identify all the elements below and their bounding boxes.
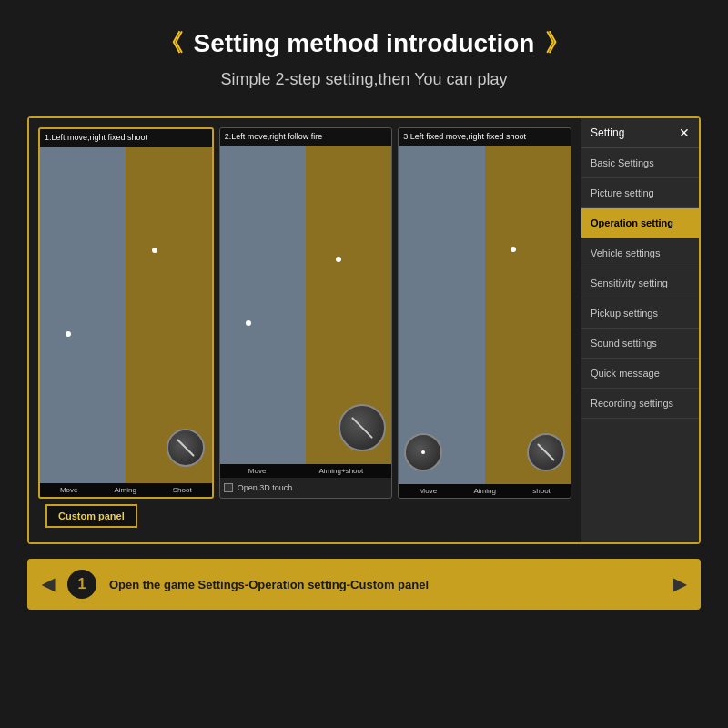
sidebar-header: Setting ✕ bbox=[581, 118, 699, 148]
mode-3-visual bbox=[399, 146, 571, 484]
touch-option[interactable]: Open 3D touch bbox=[220, 478, 392, 498]
bottom-left-arrow-icon: ◀ bbox=[42, 574, 55, 594]
mode-1-visual bbox=[40, 147, 212, 483]
mode-card-1[interactable]: 1.Left move,right fixed shoot Move Aimin… bbox=[38, 127, 214, 499]
sidebar-item-quick-message[interactable]: Quick message bbox=[581, 359, 699, 389]
instruction-text: Open the game Settings-Operation setting… bbox=[109, 578, 661, 592]
sidebar-item-operation-setting[interactable]: Operation setting bbox=[581, 208, 699, 238]
mode-2-label-aim: Aiming+shoot bbox=[319, 467, 364, 475]
header: 《 Setting method introduction 》 Simple 2… bbox=[0, 0, 728, 98]
sidebar-item-recording-settings[interactable]: Recording settings bbox=[581, 389, 699, 419]
bottom-instruction: ◀ 1 Open the game Settings-Operation set… bbox=[27, 559, 701, 610]
game-ui-panel: 1.Left move,right fixed shoot Move Aimin… bbox=[27, 116, 701, 544]
mode-3-label-move: Move bbox=[420, 487, 438, 495]
move-dot-3 bbox=[421, 450, 425, 454]
mode-1-left-panel bbox=[40, 147, 126, 483]
aim-dot-2 bbox=[336, 257, 341, 262]
control-line-2 bbox=[351, 417, 373, 439]
sidebar-item-basic-settings[interactable]: Basic Settings bbox=[581, 148, 699, 178]
sidebar-item-pickup-settings[interactable]: Pickup settings bbox=[581, 298, 699, 329]
settings-sidebar: Setting ✕ Basic Settings Picture setting… bbox=[581, 118, 699, 542]
mode-3-left-panel bbox=[399, 146, 484, 484]
mode-2-labels: Move Aiming+shoot bbox=[220, 464, 392, 478]
close-button[interactable]: ✕ bbox=[679, 126, 690, 140]
aim-dot-1 bbox=[152, 248, 157, 253]
left-arrow-icon: 《 bbox=[159, 27, 183, 59]
bottom-right-arrow-icon: ▶ bbox=[673, 574, 686, 594]
subtitle-text: Simple 2-step setting,then You can play bbox=[18, 70, 710, 89]
mode-2-left-panel bbox=[220, 146, 306, 464]
mode-2-visual bbox=[220, 146, 392, 464]
mode-1-label-shoot: Shoot bbox=[173, 486, 192, 494]
modes-container: 1.Left move,right fixed shoot Move Aimin… bbox=[38, 127, 571, 499]
title-text: Setting method introduction bbox=[194, 29, 535, 58]
joystick-dot-1 bbox=[66, 331, 71, 337]
mode-1-label-aim: Aiming bbox=[114, 486, 136, 494]
mode-1-title: 1.Left move,right fixed shoot bbox=[40, 129, 212, 147]
move-control-3[interactable] bbox=[404, 433, 442, 471]
mode-card-2[interactable]: 2.Left move,right follow fire Move Aimin… bbox=[219, 127, 393, 499]
custom-panel-button[interactable]: Custom panel bbox=[46, 504, 137, 528]
mode-card-3[interactable]: 3.Left fixed move,right fixed shoot bbox=[398, 127, 571, 499]
shoot-control-1[interactable] bbox=[167, 429, 205, 467]
right-arrow-icon: 》 bbox=[545, 27, 569, 59]
mode-1-right-panel bbox=[126, 147, 211, 483]
control-line-1 bbox=[177, 439, 195, 457]
mode-2-label-move: Move bbox=[248, 467, 267, 475]
mode-3-title: 3.Left fixed move,right fixed shoot bbox=[399, 128, 571, 146]
mode-3-label-aim: Aiming bbox=[473, 487, 495, 495]
mode-3-labels: Move Aiming shoot bbox=[399, 484, 571, 498]
mode-3-label-shoot: shoot bbox=[532, 487, 551, 495]
mode-2-right-panel bbox=[306, 146, 391, 464]
mode-1-labels: Move Aiming Shoot bbox=[40, 483, 212, 497]
sidebar-item-sensitivity-setting[interactable]: Sensitivity setting bbox=[581, 268, 699, 298]
page-title: 《 Setting method introduction 》 bbox=[18, 27, 710, 59]
sidebar-title: Setting bbox=[591, 126, 624, 139]
shoot-control-3[interactable] bbox=[527, 433, 565, 471]
sidebar-item-vehicle-settings[interactable]: Vehicle settings bbox=[581, 238, 699, 268]
mode-3-right-panel bbox=[485, 146, 571, 484]
sidebar-item-picture-setting[interactable]: Picture setting bbox=[581, 178, 699, 208]
mode-1-label-move: Move bbox=[60, 486, 78, 494]
aim-dot-3 bbox=[511, 247, 516, 252]
control-line-3 bbox=[537, 443, 555, 461]
touch-option-label: Open 3D touch bbox=[238, 483, 293, 492]
joystick-dot-2 bbox=[246, 320, 251, 326]
shoot-control-2[interactable] bbox=[339, 404, 386, 451]
3d-touch-checkbox[interactable] bbox=[224, 483, 233, 492]
sidebar-item-sound-settings[interactable]: Sound settings bbox=[581, 329, 699, 359]
mode-2-title: 2.Left move,right follow fire bbox=[220, 128, 392, 146]
step-number: 1 bbox=[67, 570, 96, 599]
operation-panel: 1.Left move,right fixed shoot Move Aimin… bbox=[29, 118, 581, 542]
